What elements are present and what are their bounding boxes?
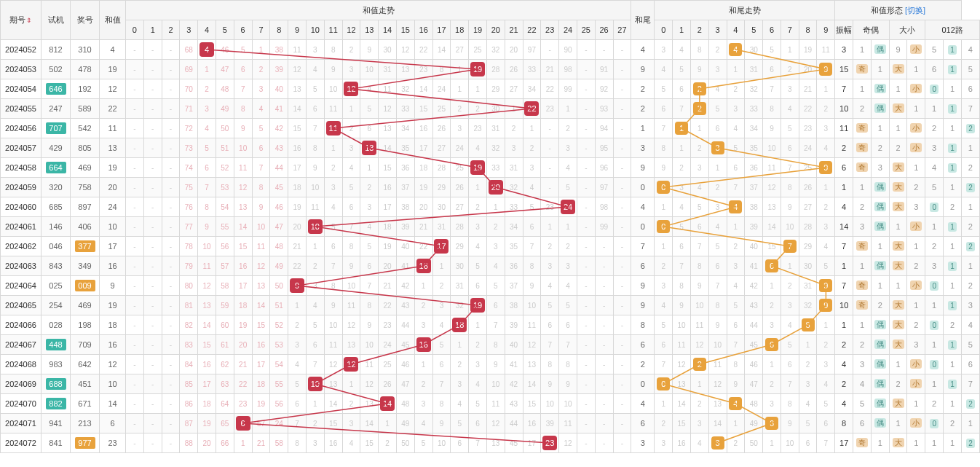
hz-miss: 2 — [342, 394, 360, 414]
r012-num: 1 — [961, 256, 979, 276]
hw-miss: 2 — [655, 414, 673, 433]
hz-miss: 11 — [360, 355, 379, 374]
hz-miss: 1 — [541, 217, 559, 237]
hz-miss: 52 — [270, 315, 288, 335]
hz-hit: 16 — [414, 335, 432, 355]
hz-hit: 23 — [541, 433, 559, 453]
hw-miss: 6 — [817, 414, 835, 433]
hz-miss: 14 — [523, 374, 541, 394]
hz-miss: 58 — [216, 276, 234, 296]
hw-miss: 3 — [708, 60, 727, 79]
hw-hit: 2 — [690, 355, 708, 374]
hz-col-18: 18 — [451, 20, 469, 40]
hw-miss: 2 — [763, 296, 781, 315]
hz-blank: - — [143, 197, 162, 217]
cell-jh: 805 — [71, 138, 100, 158]
hw-hit: 9 — [817, 158, 835, 178]
hz-hit: 6 — [234, 414, 252, 433]
dx-num: 9 — [889, 40, 907, 60]
hw-hit: 6 — [763, 256, 781, 276]
hz-miss: 7 — [541, 335, 559, 355]
hz-miss: 9 — [252, 197, 270, 217]
cell-zf: 2 — [835, 138, 853, 158]
hz-miss: 15 — [379, 158, 397, 178]
jo-num: 2 — [871, 138, 889, 158]
hz-miss: 31 — [505, 158, 523, 178]
hz-blank: - — [577, 394, 595, 414]
r012-num: 6 — [961, 79, 979, 99]
hz-miss: 98 — [595, 197, 613, 217]
hz-miss: 13 — [234, 197, 252, 217]
hz-miss: 14 — [379, 138, 397, 158]
dx-small: 小 — [907, 414, 925, 433]
hz-blank: - — [126, 40, 144, 60]
cell-period: 2024052 — [1, 40, 42, 60]
r012-hit: 1 — [944, 60, 962, 79]
hz-miss: 4 — [541, 276, 559, 296]
hz-miss: 5 — [360, 99, 379, 119]
hz-miss: 10 — [486, 374, 505, 394]
cell-zf: 3 — [835, 40, 853, 60]
cell-hw: 7 — [631, 237, 655, 256]
r012-num: 2 — [944, 197, 962, 217]
table-row: 202406204637717---7810561511482116851940… — [1, 237, 980, 256]
hz-miss: 6 — [469, 414, 487, 433]
r012-num: 2 — [961, 276, 979, 296]
r012-num: 3 — [925, 138, 944, 158]
header-period[interactable]: 期号 — [1, 1, 42, 40]
hw-miss: 31 — [745, 60, 763, 79]
cell-jh: 589 — [71, 99, 100, 119]
r012-hit: 0 — [925, 315, 944, 335]
hw-miss: 19 — [799, 40, 817, 60]
hz-miss: 10 — [324, 315, 342, 335]
hz-col-5: 5 — [216, 20, 234, 40]
cell-period: 2024066 — [1, 315, 42, 335]
hz-blank: - — [162, 60, 180, 79]
cell-hz: 22 — [100, 99, 126, 119]
hz-miss: 56 — [270, 394, 288, 414]
dx-small: 小 — [907, 40, 925, 60]
hz-blank: - — [126, 256, 144, 276]
hz-miss: 80 — [180, 276, 198, 296]
hz-miss: 8 — [306, 138, 324, 158]
hz-miss: 56 — [216, 237, 234, 256]
hz-miss: 15 — [198, 335, 216, 355]
hw-miss: 31 — [799, 276, 817, 296]
hz-miss: 98 — [559, 60, 577, 79]
cell-hw: 4 — [631, 394, 655, 414]
hw-hit: 7 — [781, 237, 799, 256]
hz-miss: 41 — [396, 256, 414, 276]
hz-miss: 6 — [451, 433, 469, 453]
hz-miss: 24 — [432, 79, 451, 99]
hw-miss: 5 — [817, 394, 835, 414]
hz-miss: 7 — [469, 433, 487, 453]
hz-miss: 52 — [216, 158, 234, 178]
hz-blank: - — [126, 296, 144, 315]
hz-miss: 2 — [342, 40, 360, 60]
cell-hz: 20 — [100, 178, 126, 197]
header-012: 012路 — [925, 20, 980, 40]
dx-num: 1 — [889, 414, 907, 433]
hz-blank: - — [143, 315, 162, 335]
hz-blank: - — [595, 296, 613, 315]
hz-miss: 16 — [523, 414, 541, 433]
switch-link[interactable]: [切换] — [905, 6, 925, 15]
hz-blank: - — [577, 40, 595, 60]
dx-num: 3 — [907, 335, 925, 355]
hz-miss: 9 — [523, 276, 541, 296]
hw-miss: 1 — [763, 355, 781, 374]
table-row: 202406384334916---7911571612492227962041… — [1, 256, 980, 276]
hz-miss: 16 — [252, 335, 270, 355]
hz-blank: - — [595, 276, 613, 296]
hz-miss: 10 — [252, 217, 270, 237]
hz-miss: 30 — [451, 256, 469, 276]
cell-zf: 11 — [835, 119, 853, 138]
hz-miss: 3 — [360, 197, 379, 217]
hz-blank: - — [595, 355, 613, 374]
hz-col-7: 7 — [252, 20, 270, 40]
hz-blank: - — [126, 99, 144, 119]
hz-miss: 31 — [379, 60, 397, 79]
hz-miss: 5 — [306, 315, 324, 335]
hw-hit: 9 — [817, 60, 835, 79]
hw-miss: 6 — [673, 237, 691, 256]
